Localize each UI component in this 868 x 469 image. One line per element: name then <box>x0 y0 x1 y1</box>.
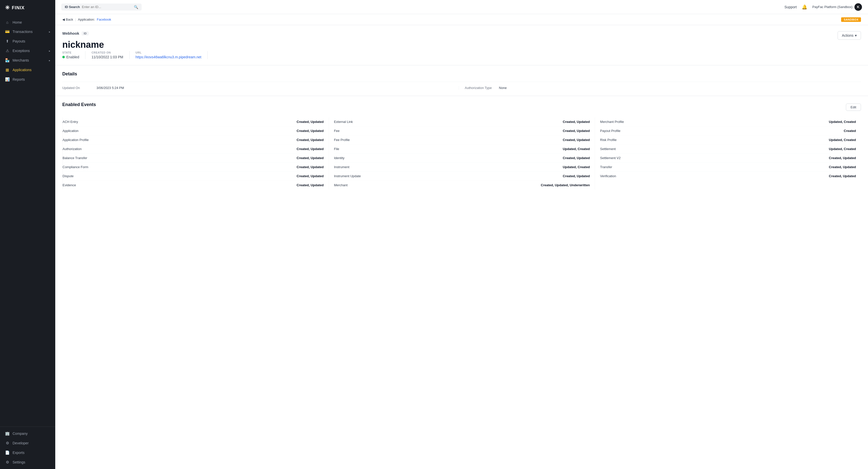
sidebar-item-home[interactable]: ⌂ Home <box>0 18 55 27</box>
event-value: Created, Updated <box>829 156 856 160</box>
actions-label: Actions <box>842 33 854 37</box>
event-name: Instrument <box>334 165 349 169</box>
actions-button[interactable]: Actions ▾ <box>838 31 861 40</box>
event-value: Updated, Created <box>563 165 590 169</box>
sidebar-item-label: Payouts <box>12 39 25 43</box>
event-name: Settlement <box>600 147 616 151</box>
event-value: Created, Updated, Underwritten <box>541 183 590 187</box>
event-name: Merchant <box>334 183 348 187</box>
event-value: Created, Updated <box>297 120 324 124</box>
sandbox-badge: SANDBOX <box>841 17 861 22</box>
event-row: Settlement Updated, Created <box>600 145 856 153</box>
sidebar-item-settings[interactable]: ⚙ Settings <box>0 458 55 467</box>
event-value: Updated, Created <box>829 120 856 124</box>
id-badge: ID <box>82 31 89 35</box>
event-name: Risk Profile <box>600 138 617 142</box>
logo-icon: ✳ <box>5 4 9 11</box>
event-value: Created, Updated <box>563 129 590 133</box>
event-name: ACH Entry <box>63 120 78 124</box>
event-row: Payout Profile Created <box>600 126 856 136</box>
sidebar-item-payouts[interactable]: ⬆ Payouts <box>0 36 55 46</box>
platform-selector[interactable]: PayFac Platform (Sandbox) K <box>812 3 862 11</box>
event-row: Application Created, Updated <box>63 126 324 136</box>
sidebar-item-label: Applications <box>12 68 32 72</box>
sidebar-item-label: Reports <box>12 78 25 82</box>
state-enabled-dot <box>62 56 65 58</box>
event-name: Dispute <box>63 174 73 178</box>
breadcrumb-application-name[interactable]: Facebook <box>97 18 111 21</box>
event-name: Application Profile <box>63 138 89 142</box>
chevron-right-icon: ▸ <box>49 30 50 33</box>
events-col-1: External Link Created, Updated Fee Creat… <box>329 117 595 189</box>
event-value: Created <box>844 129 856 133</box>
event-name: Instrument Update <box>334 174 361 178</box>
created-on-value: 11/10/2022 1:03 PM <box>91 55 123 59</box>
notification-bell-icon[interactable]: 🔔 <box>802 4 807 10</box>
details-title: Details <box>62 71 861 77</box>
avatar: K <box>855 3 862 11</box>
logo-text: FINIX <box>12 5 25 10</box>
webhook-title: Webhook <box>62 31 79 35</box>
event-name: Fee Profile <box>334 138 350 142</box>
event-row: File Updated, Created <box>334 145 590 153</box>
events-col-2: Merchant Profile Updated, Created Payout… <box>595 117 861 189</box>
event-name: Payout Profile <box>600 129 620 133</box>
event-name: Authorization <box>63 147 82 151</box>
event-row: Merchant Created, Updated, Underwritten <box>334 181 590 189</box>
merchants-icon: 🏪 <box>5 58 9 63</box>
payouts-icon: ⬆ <box>5 39 9 43</box>
event-value: Created, Updated <box>563 138 590 142</box>
event-name: Application <box>63 129 79 133</box>
sidebar-item-transactions[interactable]: 💳 Transactions ▸ <box>0 27 55 36</box>
event-row: Instrument Updated, Created <box>334 163 590 172</box>
event-value: Created, Updated <box>563 120 590 124</box>
event-name: Balance Transfer <box>63 156 87 160</box>
search-input[interactable] <box>82 5 132 9</box>
sidebar-item-reports[interactable]: 📊 Reports <box>0 75 55 84</box>
support-link[interactable]: Support <box>784 5 797 9</box>
sidebar-item-label: Home <box>12 20 22 24</box>
event-row: Verification Created, Updated <box>600 172 856 180</box>
event-row: Settlement V2 Created, Updated <box>600 153 856 163</box>
breadcrumb-bar: ◀ Back | Application: Facebook SANDBOX <box>55 14 868 25</box>
sidebar-item-applications[interactable]: ▦ Applications <box>0 65 55 75</box>
chevron-down-icon: ▾ <box>855 33 857 37</box>
event-row: Application Profile Created, Updated <box>63 136 324 145</box>
sidebar-item-exceptions[interactable]: ⚠ Exceptions ▸ <box>0 46 55 56</box>
settings-icon: ⚙ <box>5 460 9 465</box>
logo[interactable]: ✳ FINIX <box>0 0 55 16</box>
sidebar-item-merchants[interactable]: 🏪 Merchants ▸ <box>0 56 55 65</box>
sidebar-item-developer[interactable]: ⚙ Developer <box>0 438 55 448</box>
url-value[interactable]: https://eovs46wa6lkcnu3.m.pipedream.net <box>135 55 202 59</box>
event-row: ACH Entry Created, Updated <box>63 117 324 126</box>
webhook-name: nickname <box>62 39 208 50</box>
event-value: Created, Updated <box>297 156 324 160</box>
developer-icon: ⚙ <box>5 441 9 445</box>
event-value: Created, Updated <box>829 174 856 178</box>
back-button[interactable]: ◀ Back <box>62 18 73 21</box>
detail-updated-on: Updated On 3/06/2023 5:24 PM <box>62 86 459 90</box>
event-row: Balance Transfer Created, Updated <box>63 153 324 163</box>
auth-type-label: Authorization Type <box>465 86 495 90</box>
sidebar: ✳ FINIX ⌂ Home 💳 Transactions ▸ ⬆ Payout… <box>0 0 55 469</box>
topbar-right: Support 🔔 PayFac Platform (Sandbox) K <box>784 3 862 11</box>
detail-auth-type: Authorization Type None <box>459 86 861 90</box>
company-icon: 🏢 <box>5 431 9 436</box>
meta-state: STATE Enabled <box>62 51 85 59</box>
sidebar-item-exports[interactable]: 📄 Exports <box>0 448 55 458</box>
sidebar-item-company[interactable]: 🏢 Company <box>0 429 55 438</box>
state-value: Enabled <box>62 55 79 59</box>
breadcrumb-separator: | <box>75 18 76 21</box>
event-row: External Link Created, Updated <box>334 117 590 126</box>
search-container[interactable]: ID Search 🔍 <box>61 3 142 10</box>
back-arrow-icon: ◀ <box>62 18 65 21</box>
webhook-meta: STATE Enabled CREATED ON 11/10/2022 1:03… <box>62 51 208 59</box>
webhook-title-row: Webhook ID <box>62 31 208 35</box>
edit-button[interactable]: Edit <box>846 104 861 111</box>
event-name: External Link <box>334 120 353 124</box>
back-label: Back <box>66 18 73 21</box>
event-value: Updated, Created <box>829 138 856 142</box>
sidebar-item-label: Company <box>12 432 28 436</box>
webhook-header-section: Webhook ID nickname STATE Enabled <box>55 25 868 65</box>
event-value: Created, Updated <box>297 138 324 142</box>
